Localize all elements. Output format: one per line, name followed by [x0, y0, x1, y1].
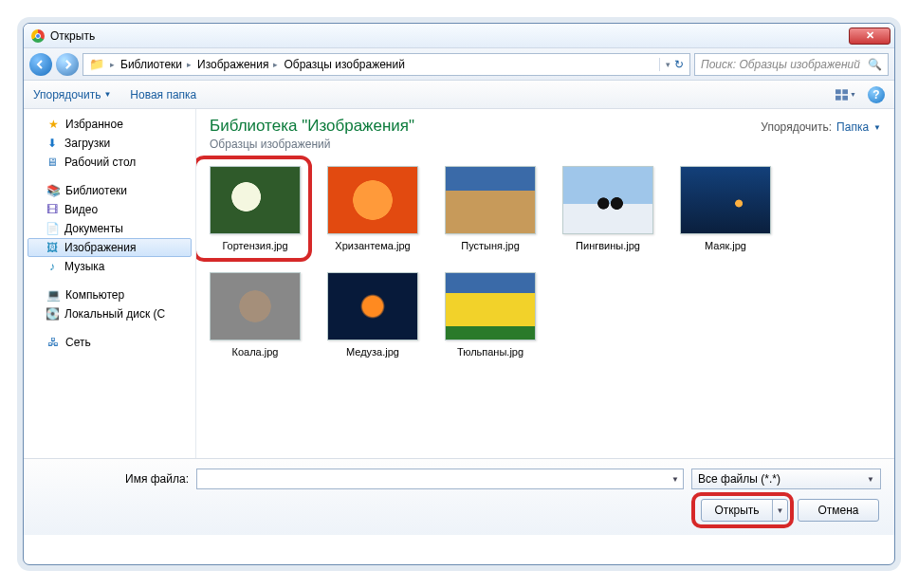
file-item[interactable]: Гортензия.jpg: [210, 166, 301, 251]
filename-label: Имя файла:: [37, 472, 189, 486]
sidebar-label: Музыка: [64, 260, 104, 273]
chevron-right-icon: ▸: [110, 60, 115, 69]
chevron-down-icon[interactable]: ▼: [671, 475, 679, 484]
search-icon: 🔍: [868, 58, 882, 71]
chevron-down-icon[interactable]: ▾: [666, 60, 670, 69]
file-name: Пингвины.jpg: [576, 240, 640, 251]
breadcrumb-seg[interactable]: Библиотеки: [120, 58, 182, 71]
library-subtitle: Образцы изображений: [210, 138, 414, 151]
file-name: Пустыня.jpg: [461, 240, 520, 251]
chevron-right-icon: ▸: [273, 60, 278, 69]
file-name: Маяк.jpg: [705, 240, 746, 251]
file-item[interactable]: Маяк.jpg: [680, 166, 771, 251]
organize-label: Упорядочить: [33, 88, 101, 101]
disk-icon: 💽: [45, 306, 60, 322]
svg-rect-0: [835, 89, 841, 94]
svg-rect-1: [842, 89, 848, 94]
sidebar-label: Рабочий стол: [64, 156, 136, 169]
sidebar-label: Избранное: [65, 118, 123, 131]
file-list-area: Библиотека "Изображения" Образцы изображ…: [196, 109, 894, 458]
file-name: Гортензия.jpg: [222, 240, 287, 251]
file-thumbnail: [210, 272, 301, 340]
svg-rect-2: [835, 95, 841, 100]
chevron-down-icon: ▼: [867, 475, 874, 484]
sidebar-label: Загрузки: [64, 137, 110, 150]
sidebar-item-images[interactable]: 🖼Изображения: [28, 238, 192, 257]
sidebar-favorites[interactable]: ★Избранное: [24, 115, 195, 134]
library-icon: 📚: [46, 183, 61, 198]
filetype-filter[interactable]: Все файлы (*.*) ▼: [691, 469, 881, 489]
cancel-button-label: Отмена: [817, 504, 858, 517]
navigation-row: 📁 ▸ Библиотеки▸ Изображения▸ Образцы изо…: [24, 48, 894, 81]
nav-forward-button[interactable]: [56, 53, 79, 76]
sidebar-item-videos[interactable]: 🎞Видео: [24, 200, 195, 219]
sort-label: Упорядочить:: [761, 120, 832, 134]
window-close-button[interactable]: ✕: [849, 28, 890, 45]
sort-control[interactable]: Упорядочить: Папка ▼: [761, 120, 881, 134]
sidebar-label: Изображения: [64, 241, 136, 254]
toolbar: Упорядочить ▼ Новая папка ▼ ?: [24, 81, 894, 109]
open-button-label: Открыть: [702, 504, 772, 517]
sidebar-item-desktop[interactable]: 🖥Рабочий стол: [24, 153, 195, 172]
sidebar-item-localdisk[interactable]: 💽Локальный диск (C: [24, 304, 195, 323]
desktop-icon: 🖥: [45, 155, 60, 170]
breadcrumb-seg[interactable]: Образцы изображений: [284, 58, 404, 71]
bottom-panel: Имя файла: ▼ Все файлы (*.*) ▼ Открыть ▼…: [24, 458, 894, 535]
refresh-icon[interactable]: ↻: [674, 58, 684, 71]
open-button-split[interactable]: ▼: [772, 500, 787, 521]
dialog-body: ★Избранное ⬇Загрузки 🖥Рабочий стол 📚Библ…: [24, 109, 894, 458]
sidebar-label: Документы: [64, 222, 123, 235]
file-thumbnail: [327, 272, 418, 340]
sidebar-item-music[interactable]: ♪Музыка: [24, 257, 195, 276]
sidebar-label: Видео: [64, 203, 98, 216]
filename-input[interactable]: ▼: [196, 469, 684, 489]
file-item[interactable]: Пустыня.jpg: [445, 166, 536, 251]
file-thumbnail: [445, 166, 536, 234]
file-item[interactable]: Медуза.jpg: [327, 272, 418, 358]
thumbnails-icon: [835, 88, 848, 101]
chevron-right-icon: ▸: [187, 60, 192, 69]
sidebar-label: Компьютер: [65, 288, 124, 302]
sidebar-computer[interactable]: 💻Компьютер: [24, 285, 195, 304]
search-placeholder: Поиск: Образцы изображений: [701, 58, 860, 71]
computer-icon: 💻: [46, 287, 61, 303]
nav-back-button[interactable]: [29, 53, 52, 76]
open-dialog-window: Открыть ✕ 📁 ▸ Библиотеки▸ Изображения▸ О…: [23, 23, 895, 565]
help-button[interactable]: ?: [868, 86, 885, 103]
window-titlebar: Открыть ✕: [24, 24, 894, 48]
file-item[interactable]: Пингвины.jpg: [562, 166, 653, 251]
download-icon: ⬇: [45, 136, 60, 151]
address-bar[interactable]: 📁 ▸ Библиотеки▸ Изображения▸ Образцы изо…: [83, 53, 690, 76]
file-name: Хризантема.jpg: [335, 240, 410, 251]
sidebar-item-downloads[interactable]: ⬇Загрузки: [24, 134, 195, 153]
video-icon: 🎞: [45, 202, 60, 217]
view-mode-button[interactable]: ▼: [835, 84, 856, 105]
arrow-right-icon: [63, 60, 72, 69]
sidebar-libraries[interactable]: 📚Библиотеки: [24, 181, 195, 200]
organize-menu[interactable]: Упорядочить ▼: [33, 88, 111, 101]
chevron-down-icon: ▼: [873, 123, 881, 132]
file-thumbnail: [680, 166, 771, 234]
file-thumbnail: [210, 166, 301, 234]
search-box[interactable]: Поиск: Образцы изображений 🔍: [694, 53, 889, 76]
sidebar-network[interactable]: 🖧Сеть: [24, 333, 195, 352]
library-title: Библиотека "Изображения": [210, 117, 414, 136]
file-item[interactable]: Хризантема.jpg: [327, 166, 418, 251]
file-item[interactable]: Коала.jpg: [210, 272, 301, 358]
sidebar-label: Библиотеки: [65, 184, 127, 197]
breadcrumb-seg[interactable]: Изображения: [197, 58, 268, 71]
open-button[interactable]: Открыть ▼: [701, 499, 788, 522]
arrow-left-icon: [36, 60, 46, 69]
chevron-down-icon: ▼: [850, 91, 856, 98]
file-name: Тюльпаны.jpg: [457, 346, 523, 358]
chevron-down-icon: ▼: [103, 90, 111, 99]
file-thumbnail: [562, 166, 653, 234]
sidebar-item-documents[interactable]: 📄Документы: [24, 219, 195, 238]
document-icon: 📄: [45, 221, 60, 236]
cancel-button[interactable]: Отмена: [798, 499, 879, 522]
new-folder-button[interactable]: Новая папка: [130, 88, 196, 101]
nav-sidebar: ★Избранное ⬇Загрузки 🖥Рабочий стол 📚Библ…: [24, 109, 196, 458]
file-item[interactable]: Тюльпаны.jpg: [445, 272, 536, 358]
file-thumbnail: [445, 272, 536, 340]
chrome-icon: [31, 29, 45, 43]
